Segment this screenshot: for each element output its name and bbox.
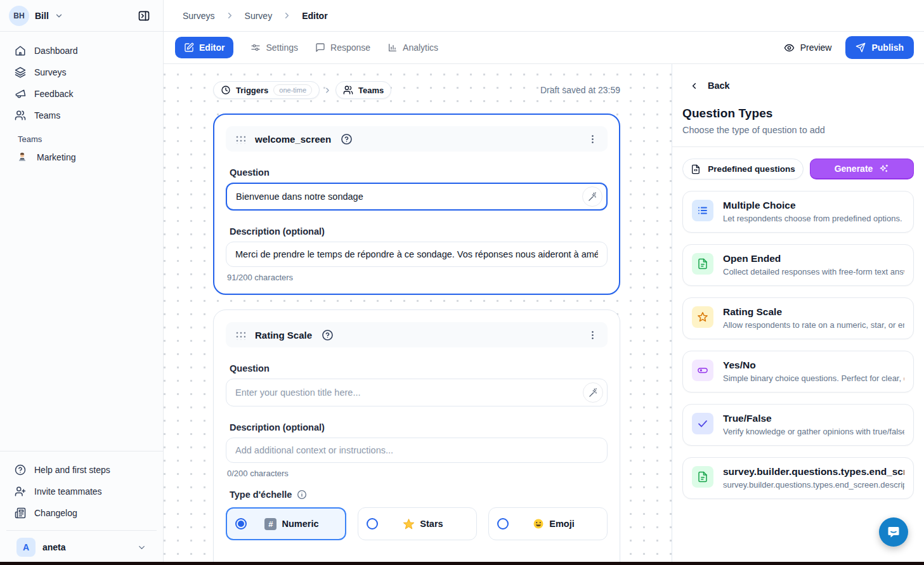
magic-wand-icon <box>588 192 597 202</box>
sidebar-item-surveys[interactable]: Surveys <box>6 62 157 83</box>
bar-chart-icon <box>387 42 398 53</box>
question-card-rating[interactable]: Rating Scale Question Enter your questio… <box>213 309 620 565</box>
description-input[interactable]: Merci de prendre le temps de répondre à … <box>226 242 608 267</box>
sidebar-item-feedback[interactable]: Feedback <box>6 83 157 105</box>
toggle-icon <box>692 360 713 381</box>
check-icon <box>692 413 713 434</box>
trigger-type-badge: one-time <box>273 84 312 96</box>
workspace-switcher[interactable]: BH Bill <box>9 6 63 26</box>
question-type-multiple-choice[interactable]: Multiple Choice Let respondents choose f… <box>682 191 914 233</box>
star-emoji-icon <box>403 518 415 530</box>
publish-button[interactable]: Publish <box>845 36 914 59</box>
description-input[interactable]: Add additional context or instructions..… <box>226 438 608 463</box>
type-description: survey.builder.questions.types.end_scree… <box>723 480 904 490</box>
avatar: A <box>16 538 36 557</box>
predefined-label: Predefined questions <box>708 164 795 174</box>
breadcrumb-survey[interactable]: Survey <box>245 11 273 21</box>
question-card-header[interactable]: welcome_screen <box>226 126 608 152</box>
breadcrumb-surveys[interactable]: Surveys <box>183 11 215 21</box>
question-type-end-screen[interactable]: survey.builder.questions.types.end_scr..… <box>682 457 914 499</box>
card-menu-button[interactable] <box>587 134 598 145</box>
editor-toolbar: Editor Settings Response Analytics Previ… <box>164 32 924 64</box>
question-type-true-false[interactable]: True/False Verify knowledge or gather op… <box>682 404 914 446</box>
account-menu[interactable]: A aneta <box>6 530 157 565</box>
send-icon <box>856 42 866 53</box>
ai-improve-button[interactable] <box>582 186 602 207</box>
team-label: Marketing <box>37 152 75 162</box>
card-menu-button[interactable] <box>587 330 598 341</box>
question-placeholder: Enter your question title here... <box>235 387 583 398</box>
chat-launcher-button[interactable] <box>879 517 908 547</box>
technologist-emoji <box>16 152 28 163</box>
home-icon <box>15 45 26 56</box>
tab-editor[interactable]: Editor <box>175 37 233 58</box>
type-description: Allow respondents to rate on a numeric, … <box>723 320 904 330</box>
sidebar-item-teams[interactable]: Teams <box>6 105 157 126</box>
back-button[interactable]: Back <box>682 81 914 91</box>
panel-title: Question Types <box>682 107 914 120</box>
breadcrumb-editor: Editor <box>302 11 327 21</box>
tab-settings[interactable]: Settings <box>251 42 298 53</box>
smiley-emoji-icon <box>533 518 544 529</box>
breadcrumb-bar: Surveys Survey Editor <box>164 0 924 32</box>
description-field-label: Description (optional) <box>230 226 608 237</box>
drag-handle-icon[interactable] <box>235 134 245 144</box>
info-icon[interactable] <box>297 490 307 500</box>
triggers-chip[interactable]: Triggers one-time <box>213 81 320 99</box>
collapse-sidebar-button[interactable] <box>134 6 154 26</box>
tab-response[interactable]: Response <box>315 42 370 53</box>
chevron-left-icon <box>689 81 699 91</box>
magic-wand-icon <box>589 388 598 398</box>
question-card-header[interactable]: Rating Scale <box>226 322 608 347</box>
radio-unchecked[interactable] <box>367 518 378 529</box>
question-type-open-ended[interactable]: Open Ended Collect detailed responses wi… <box>682 244 914 286</box>
sidebar-item-help[interactable]: Help and first steps <box>6 459 157 481</box>
screen-bottom-strip <box>0 562 924 565</box>
user-plus-icon <box>15 486 26 497</box>
panel-subtitle: Choose the type of question to add <box>682 125 914 135</box>
file-text-icon <box>692 253 713 275</box>
question-card-welcome[interactable]: welcome_screen Question Bienvenue dans n… <box>213 114 620 295</box>
chat-bubble-icon <box>886 524 901 540</box>
type-description: Verify knowledge or gather opinions with… <box>723 427 904 436</box>
editor-content: Triggers one-time Teams Draft saved at 2… <box>164 64 924 565</box>
chevron-right-icon <box>323 86 332 94</box>
teams-chip[interactable]: Teams <box>335 81 391 99</box>
question-type-rating-scale[interactable]: Rating Scale Allow respondents to rate o… <box>682 297 914 339</box>
sidebar-item-dashboard[interactable]: Dashboard <box>6 40 157 62</box>
panel-toggle-icon <box>138 10 150 22</box>
type-title: Yes/No <box>723 360 904 371</box>
tab-analytics[interactable]: Analytics <box>387 42 438 53</box>
scale-type-options: # Numeric Stars <box>226 507 608 540</box>
preview-button[interactable]: Preview <box>784 42 832 53</box>
question-field-label: Question <box>230 167 608 178</box>
drag-handle-icon[interactable] <box>235 330 245 340</box>
sidebar-item-invite[interactable]: Invite teammates <box>6 481 157 502</box>
radio-checked[interactable] <box>235 518 247 529</box>
megaphone-icon <box>15 88 26 100</box>
description-value: Merci de prendre le temps de répondre à … <box>235 249 598 259</box>
file-text-icon <box>692 466 713 488</box>
help-circle-icon[interactable] <box>322 329 334 341</box>
ai-improve-button[interactable] <box>583 382 603 403</box>
teams-section-label: Teams <box>6 126 157 146</box>
generate-button[interactable]: Generate <box>810 159 914 179</box>
survey-meta-row: Triggers one-time Teams Draft saved at 2… <box>213 81 620 99</box>
account-name: aneta <box>42 542 66 552</box>
help-circle-icon[interactable] <box>341 133 353 145</box>
sidebar-team-marketing[interactable]: Marketing <box>6 146 157 169</box>
question-input[interactable]: Enter your question title here... <box>226 379 608 406</box>
layers-icon <box>15 67 26 78</box>
question-input[interactable]: Bienvenue dans notre sondage <box>226 183 608 211</box>
radio-unchecked[interactable] <box>497 518 509 529</box>
scale-option-stars[interactable]: Stars <box>358 507 477 540</box>
question-type-yes-no[interactable]: Yes/No Simple binary choice questions. P… <box>682 351 914 393</box>
question-types-panel: Back Question Types Choose the type of q… <box>672 64 924 565</box>
sidebar-item-changelog[interactable]: Changelog <box>6 502 157 524</box>
predefined-questions-button[interactable]: Predefined questions <box>682 159 804 179</box>
publish-label: Publish <box>871 42 904 53</box>
star-icon <box>692 306 713 328</box>
question-card-title: Rating Scale <box>255 330 312 341</box>
scale-option-emoji[interactable]: Emoji <box>488 507 608 540</box>
scale-option-numeric[interactable]: # Numeric <box>226 507 346 540</box>
